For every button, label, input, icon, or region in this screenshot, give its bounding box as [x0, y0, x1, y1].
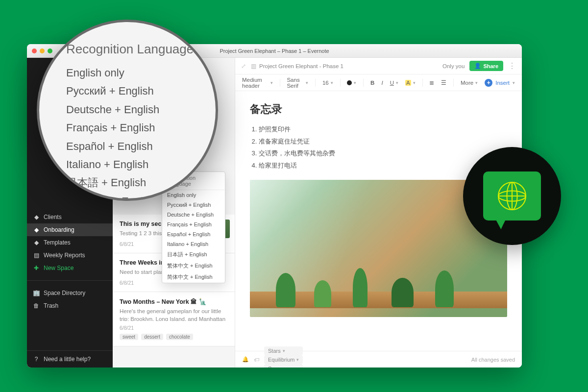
- font-size-select[interactable]: 16▾: [322, 80, 333, 86]
- sidebar-item-new-space[interactable]: ✚New Space: [27, 262, 113, 274]
- sidebar-item-label: Clients: [44, 214, 62, 220]
- sidebar-help-label: Need a little help?: [44, 356, 91, 363]
- language-option-zoomed: Deutsche + English: [66, 100, 201, 119]
- plus-icon: ✚: [33, 265, 40, 271]
- zoom-icon[interactable]: [48, 49, 52, 53]
- bullet-list-button[interactable]: ≣: [429, 79, 434, 86]
- language-option[interactable]: Deutsche + English: [162, 210, 225, 220]
- language-option[interactable]: Italiano + English: [162, 239, 225, 249]
- format-toolbar: Medium header▾ Sans Serif▾ 16▾ ▾ B I U▾: [235, 74, 522, 91]
- tag[interactable]: chocolate: [166, 334, 193, 340]
- sidebar-item-trash[interactable]: 🗑Trash: [27, 299, 113, 312]
- notebook-icon: ▥: [251, 63, 256, 70]
- cube-icon: ◆: [33, 239, 40, 246]
- sidebar-item-space-directory[interactable]: 🏢Space Directory: [27, 287, 113, 299]
- number-list-button[interactable]: ☰: [441, 79, 446, 86]
- tag-pill[interactable]: Equilibrium ▾: [264, 355, 303, 364]
- reminder-icon[interactable]: 🔔: [242, 356, 249, 363]
- language-option[interactable]: 日本語 + English: [162, 249, 225, 260]
- cube-icon: ◆: [33, 226, 40, 233]
- help-icon: ?: [33, 356, 40, 363]
- language-option-zoomed: Русский + English: [66, 82, 201, 100]
- trash-icon: 🗑: [33, 302, 40, 309]
- building-icon: 🏢: [33, 290, 40, 296]
- tag[interactable]: dessert: [141, 334, 163, 340]
- highlight-button[interactable]: A▾: [405, 80, 416, 86]
- expand-icon[interactable]: ⤢: [241, 63, 246, 70]
- tag-pill[interactable]: Stars ▾: [264, 346, 303, 355]
- font-family-select[interactable]: Sans Serif▾: [287, 77, 308, 89]
- note-card-snippet: Here's the general gameplan for our litt…: [120, 307, 228, 321]
- tag-icon[interactable]: 🏷: [254, 357, 259, 363]
- person-icon: 👤: [474, 63, 481, 69]
- note-card[interactable]: Two Months – New York 🏛 🗽 Here's the gen…: [113, 292, 235, 346]
- editor-footer: 🔔 🏷 Stars ▾Equilibrium ▾Space ▾ All chan…: [235, 351, 522, 368]
- sidebar-item-label: Templates: [44, 239, 71, 246]
- language-option-zoomed: Français + English: [66, 119, 201, 137]
- note-title[interactable]: 备忘录: [250, 102, 507, 117]
- magnifier-callout: Recognition Language English onlyРусский…: [37, 20, 218, 201]
- language-option-zoomed: Italiano + English: [66, 155, 201, 173]
- share-label: Share: [483, 63, 498, 69]
- doc-icon: ▤: [33, 252, 40, 259]
- minimize-icon[interactable]: [40, 49, 45, 53]
- text-color-picker[interactable]: ▾: [347, 80, 356, 85]
- magnifier-title: Recognition Language: [66, 42, 201, 57]
- share-button[interactable]: 👤 Share: [469, 61, 503, 71]
- list-item[interactable]: 交话费，水电费等其他杂费: [259, 147, 507, 160]
- language-option[interactable]: 简体中文 + English: [162, 271, 225, 283]
- language-option[interactable]: Español + English: [162, 229, 225, 239]
- insert-button[interactable]: + Insert ▾: [485, 79, 515, 87]
- save-status: All changes saved: [471, 357, 515, 363]
- window-controls[interactable]: [32, 49, 52, 53]
- language-option-zoomed: Español + English: [66, 137, 201, 155]
- language-feature-badge: [463, 147, 561, 245]
- language-option[interactable]: Русский + English: [162, 200, 225, 210]
- language-option[interactable]: 繁体中文 + English: [162, 260, 225, 271]
- more-actions-icon[interactable]: ⋮: [508, 62, 516, 70]
- sidebar-item-label: Onboarding: [44, 226, 74, 233]
- note-card-title: Two Months – New York 🏛 🗽: [120, 298, 228, 305]
- cube-icon: ◆: [33, 214, 40, 220]
- language-option-zoomed: English only: [66, 64, 201, 82]
- language-option[interactable]: Français + English: [162, 220, 225, 229]
- sidebar-item-templates[interactable]: ◆Templates: [27, 236, 113, 249]
- sidebar-item-label: Weekly Reports: [44, 252, 85, 259]
- more-format-button[interactable]: More▾: [461, 80, 478, 86]
- ordered-list[interactable]: 护照复印件准备家庭住址凭证交话费，水电费等其他杂费给家里打电话: [259, 123, 507, 172]
- italic-button[interactable]: I: [381, 80, 383, 86]
- list-item[interactable]: 护照复印件: [259, 123, 507, 136]
- note-card-date: 6/8/21: [120, 325, 228, 331]
- plus-icon: +: [485, 79, 492, 87]
- globe-icon: [495, 179, 529, 213]
- window-title: Project Green Elephant – Phase 1 – Evern…: [220, 48, 329, 54]
- sidebar-item-weekly-reports[interactable]: ▤Weekly Reports: [27, 249, 113, 262]
- list-item[interactable]: 准备家庭住址凭证: [259, 136, 507, 148]
- sidebar-item-label: Space Directory: [44, 290, 85, 296]
- sidebar-item-onboarding[interactable]: ◆Onboarding: [27, 223, 113, 236]
- breadcrumb[interactable]: Project Green Elephant - Phase 1: [259, 63, 343, 69]
- tag[interactable]: sweet: [120, 334, 138, 340]
- sidebar-item-label: Trash: [44, 302, 58, 309]
- sidebar-item-clients[interactable]: ◆Clients: [27, 211, 113, 223]
- language-option[interactable]: English only: [162, 190, 225, 200]
- sidebar-help[interactable]: ? Need a little help?: [27, 350, 113, 368]
- underline-button[interactable]: U▾: [390, 80, 398, 86]
- editor-header: ⤢ ▥ Project Green Elephant - Phase 1 Onl…: [235, 58, 522, 74]
- sidebar-item-label: New Space: [44, 265, 74, 271]
- bold-button[interactable]: B: [370, 80, 374, 86]
- only-you-label[interactable]: Only you: [442, 63, 465, 69]
- paragraph-style-select[interactable]: Medium header▾: [242, 77, 273, 89]
- close-icon[interactable]: [32, 49, 37, 53]
- tag-pill[interactable]: Space ▾: [264, 364, 303, 368]
- speech-bubble-icon: [483, 172, 541, 220]
